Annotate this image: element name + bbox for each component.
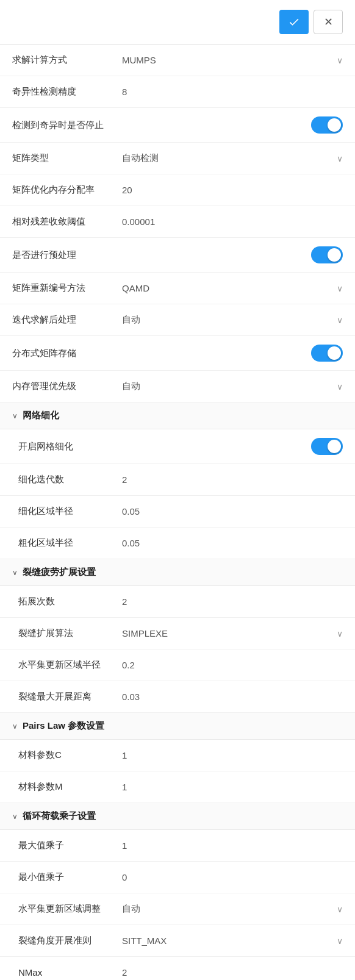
section-header-crack-fatigue[interactable]: ∨裂缝疲劳扩展设置 [0,559,355,586]
label-crack-max-expansion: 裂缝最大开展距离 [12,691,122,703]
value-singularity-precision: 8 [122,87,343,97]
label-crack-angle-rule: 裂缝角度开展准则 [12,935,122,946]
chevron-down-icon: ∨ [337,629,343,638]
value-material-param-m: 1 [122,782,343,792]
section-title-pairs-law: Pairs Law 参数设置 [23,720,104,732]
label-solver-method: 求解计算方式 [12,54,122,66]
row-stop-on-singularity: 检测到奇异时是否停止 [0,108,355,143]
toggle-switch[interactable] [311,246,343,263]
chevron-down-icon: ∨ [337,154,343,163]
value-refinement-radius: 0.05 [122,506,343,517]
close-icon: ✕ [324,15,333,29]
label-min-multiplier: 最小值乘子 [12,871,122,883]
label-horizontal-update-radius: 水平集更新区域半径 [12,659,122,671]
label-distributed-matrix: 分布式矩阵存储 [12,348,122,359]
value-horizontal-update-radius: 0.2 [122,660,343,670]
row-material-param-m: 材料参数M1 [0,771,355,803]
row-enable-mesh-refinement: 开启网格细化 [0,429,355,464]
row-refinement-radius: 细化区域半径0.05 [0,496,355,528]
collapse-icon: ∨ [12,722,18,731]
value-coarsening-radius: 0.05 [122,538,343,548]
label-matrix-type: 矩阵类型 [12,152,122,164]
row-matrix-type: 矩阵类型自动检测∨ [0,143,355,174]
value-nmax: 2 [122,967,343,978]
value-expansion-count: 2 [122,596,343,607]
row-refinement-iterations: 细化迭代数2 [0,464,355,496]
row-relative-residual-threshold: 相对残差收敛阈值0.00001 [0,206,355,238]
row-distributed-matrix: 分布式矩阵存储 [0,336,355,371]
header: ✕ [0,0,355,45]
close-button[interactable]: ✕ [314,10,343,34]
chevron-down-icon: ∨ [337,284,343,293]
toggle-switch[interactable] [311,438,343,455]
app-container: ✕ 求解计算方式MUMPS∨奇异性检测精度8检测到奇异时是否停止矩阵类型自动检测… [0,0,355,980]
row-crack-expansion-algo: 裂缝扩展算法SIMPLEXE∨ [0,618,355,649]
row-iterative-postprocess: 迭代求解后处理自动∨ [0,304,355,336]
value-relative-residual-threshold: 0.00001 [122,216,343,227]
label-refinement-iterations: 细化迭代数 [12,474,122,485]
label-iterative-postprocess: 迭代求解后处理 [12,314,122,326]
label-matrix-memory-rate: 矩阵优化内存分配率 [12,184,122,196]
row-memory-priority: 内存管理优先级自动∨ [0,371,355,402]
value-crack-max-expansion: 0.03 [122,692,343,702]
label-expansion-count: 拓展次数 [12,596,122,607]
row-singularity-precision: 奇异性检测精度8 [0,76,355,108]
collapse-icon: ∨ [12,412,18,420]
row-nmax: NMax2 [0,957,355,980]
value-max-multiplier: 1 [122,840,343,851]
label-singularity-precision: 奇异性检测精度 [12,86,122,98]
row-max-multiplier: 最大值乘子1 [0,830,355,862]
chevron-down-icon: ∨ [337,55,343,65]
row-expansion-count: 拓展次数2 [0,586,355,618]
section-title-crack-fatigue: 裂缝疲劳扩展设置 [23,567,96,578]
label-refinement-radius: 细化区域半径 [12,506,122,517]
row-min-multiplier: 最小值乘子0 [0,862,355,893]
label-stop-on-singularity: 检测到奇异时是否停止 [12,120,122,131]
section-header-pairs-law[interactable]: ∨Pairs Law 参数设置 [0,713,355,740]
toggle-switch[interactable] [311,345,343,362]
toggle-switch[interactable] [311,116,343,134]
row-coarsening-radius: 粗化区域半径0.05 [0,528,355,559]
chevron-down-icon: ∨ [337,315,343,325]
label-enable-mesh-refinement: 开启网格细化 [12,441,122,452]
value-refinement-iterations: 2 [122,474,343,485]
label-preprocessing: 是否进行预处理 [12,249,122,261]
row-crack-max-expansion: 裂缝最大开展距离0.03 [0,681,355,713]
label-material-param-c: 材料参数C [12,749,122,761]
collapse-icon: ∨ [12,812,18,821]
row-horizontal-update-adjust: 水平集更新区域调整自动∨ [0,893,355,925]
row-material-param-c: 材料参数C1 [0,740,355,771]
label-material-param-m: 材料参数M [12,781,122,793]
value-min-multiplier: 0 [122,872,343,882]
row-horizontal-update-radius: 水平集更新区域半径0.2 [0,649,355,681]
row-preprocessing: 是否进行预处理 [0,238,355,273]
label-relative-residual-threshold: 相对残差收敛阈值 [12,216,122,227]
chevron-down-icon: ∨ [337,936,343,946]
section-header-cyclic-load[interactable]: ∨循环荷载乘子设置 [0,803,355,830]
section-title-cyclic-load: 循环荷载乘子设置 [23,810,96,822]
label-max-multiplier: 最大值乘子 [12,840,122,851]
header-buttons: ✕ [279,10,343,34]
row-matrix-renumbering: 矩阵重新编号方法QAMD∨ [0,273,355,304]
row-crack-angle-rule: 裂缝角度开展准则SITT_MAX∨ [0,925,355,957]
label-memory-priority: 内存管理优先级 [12,381,122,392]
label-coarsening-radius: 粗化区域半径 [12,537,122,549]
label-nmax: NMax [12,967,122,978]
confirm-button[interactable] [279,10,309,34]
chevron-down-icon: ∨ [337,382,343,392]
value-material-param-c: 1 [122,750,343,760]
row-matrix-memory-rate: 矩阵优化内存分配率20 [0,174,355,206]
main-content: 求解计算方式MUMPS∨奇异性检测精度8检测到奇异时是否停止矩阵类型自动检测∨矩… [0,45,355,980]
label-matrix-renumbering: 矩阵重新编号方法 [12,282,122,294]
chevron-down-icon: ∨ [337,904,343,914]
label-crack-expansion-algo: 裂缝扩展算法 [12,628,122,639]
section-header-mesh-refinement[interactable]: ∨网络细化 [0,402,355,429]
collapse-icon: ∨ [12,568,18,577]
value-matrix-memory-rate: 20 [122,185,343,195]
check-icon [288,16,300,28]
label-horizontal-update-adjust: 水平集更新区域调整 [12,903,122,915]
section-title-mesh-refinement: 网络细化 [23,410,59,421]
row-solver-method: 求解计算方式MUMPS∨ [0,45,355,76]
